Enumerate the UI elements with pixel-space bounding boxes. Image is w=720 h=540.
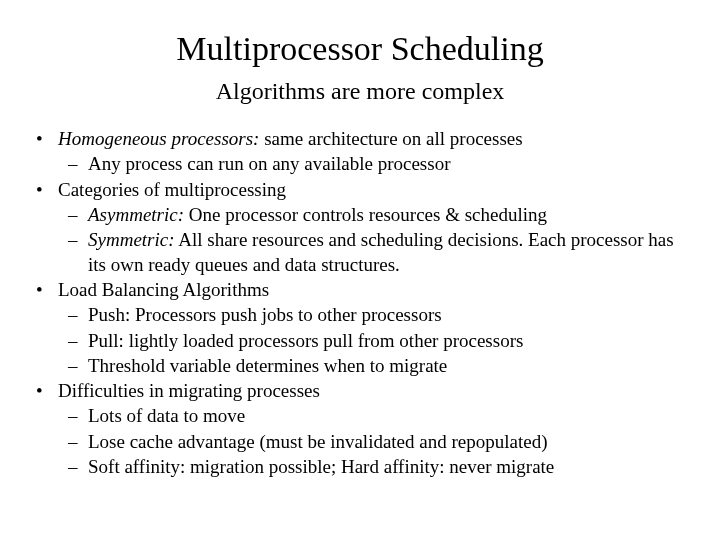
text: Difficulties in migrating processes bbox=[58, 380, 320, 401]
list-item: Difficulties in migrating processes Lots… bbox=[30, 379, 690, 479]
term-homogeneous: Homogeneous processors: bbox=[58, 128, 259, 149]
term-symmetric: Symmetric: bbox=[88, 229, 175, 250]
sub-list: Asymmetric: One processor controls resou… bbox=[58, 203, 690, 277]
list-item: Load Balancing Algorithms Push: Processo… bbox=[30, 278, 690, 378]
sub-list: Lots of data to move Lose cache advantag… bbox=[58, 404, 690, 479]
list-item: Pull: lightly loaded processors pull fro… bbox=[58, 329, 690, 353]
list-item: Symmetric: All share resources and sched… bbox=[58, 228, 690, 277]
list-item: Homogeneous processors: same architectur… bbox=[30, 127, 690, 177]
sub-list: Push: Processors push jobs to other proc… bbox=[58, 303, 690, 378]
term-asymmetric: Asymmetric: bbox=[88, 204, 184, 225]
text: Load Balancing Algorithms bbox=[58, 279, 269, 300]
text: Categories of multiprocessing bbox=[58, 179, 286, 200]
slide-subtitle: Algorithms are more complex bbox=[30, 78, 690, 105]
list-item: Soft affinity: migration possible; Hard … bbox=[58, 455, 690, 479]
bullet-list: Homogeneous processors: same architectur… bbox=[30, 127, 690, 479]
list-item: Categories of multiprocessing Asymmetric… bbox=[30, 178, 690, 277]
text: same architecture on all processes bbox=[259, 128, 522, 149]
slide-title: Multiprocessor Scheduling bbox=[30, 30, 690, 68]
text: All share resources and scheduling decis… bbox=[88, 229, 674, 274]
list-item: Any process can run on any available pro… bbox=[58, 152, 690, 176]
list-item: Threshold variable determines when to mi… bbox=[58, 354, 690, 378]
list-item: Push: Processors push jobs to other proc… bbox=[58, 303, 690, 327]
text: One processor controls resources & sched… bbox=[184, 204, 547, 225]
list-item: Lose cache advantage (must be invalidate… bbox=[58, 430, 690, 454]
sub-list: Any process can run on any available pro… bbox=[58, 152, 690, 176]
list-item: Lots of data to move bbox=[58, 404, 690, 428]
list-item: Asymmetric: One processor controls resou… bbox=[58, 203, 690, 227]
